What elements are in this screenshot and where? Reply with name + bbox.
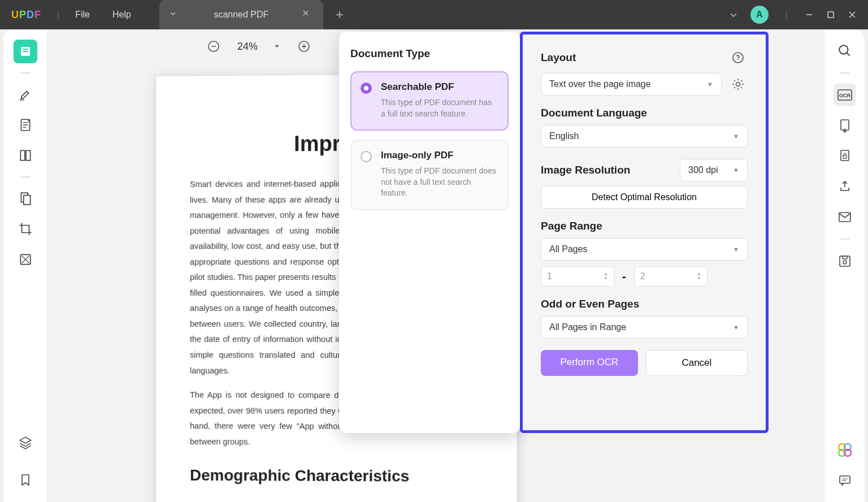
save-icon[interactable] — [834, 250, 856, 272]
svg-point-29 — [736, 83, 740, 86]
sidebar-right: OCR — [824, 29, 865, 502]
zoom-value: 24% — [237, 41, 258, 53]
tab-dropdown-icon[interactable] — [170, 10, 179, 19]
option-desc: This type of PDF document does not have … — [381, 166, 497, 199]
organize-pages-icon[interactable] — [14, 187, 37, 210]
maximize-icon[interactable] — [826, 10, 835, 19]
svg-rect-19 — [840, 256, 850, 266]
svg-rect-3 — [23, 51, 28, 52]
option-title: Searchable PDF — [381, 81, 497, 93]
page-range-label: Page Range — [541, 220, 748, 232]
minimize-icon[interactable] — [805, 10, 814, 19]
resolution-label: Image Resolution — [541, 164, 630, 176]
option-desc: This type of PDF document has a full tex… — [381, 97, 497, 119]
zoom-out-button[interactable] — [206, 38, 222, 54]
close-window-icon[interactable] — [848, 10, 857, 19]
layers-icon[interactable] — [14, 431, 37, 455]
share-icon[interactable] — [834, 175, 856, 198]
highlighter-icon[interactable] — [14, 83, 37, 106]
layout-label: Layout ? — [541, 48, 748, 67]
edit-page-icon[interactable] — [14, 113, 37, 137]
svg-point-20 — [843, 261, 847, 264]
odd-even-label: Odd or Even Pages — [541, 298, 748, 310]
option-searchable-pdf[interactable]: Searchable PDF This type of PDF document… — [350, 71, 509, 131]
tab-active[interactable]: scanned PDF — [159, 0, 323, 29]
crop-icon[interactable] — [14, 217, 37, 241]
radio-selected-icon — [361, 83, 372, 94]
ocr-panel: Document Type Searchable PDF This type o… — [339, 32, 769, 433]
doctype-heading: Document Type — [350, 47, 509, 60]
option-image-only-pdf[interactable]: Image-only PDF This type of PDF document… — [350, 140, 509, 210]
svg-text:?: ? — [736, 54, 740, 62]
avatar[interactable]: A — [750, 6, 769, 24]
titlebar-right: A | — [729, 6, 868, 24]
separator: | — [785, 10, 788, 20]
layout-select[interactable]: Text over the page image▼ — [541, 73, 722, 96]
range-from-input[interactable]: 1▲▼ — [541, 266, 614, 287]
divider — [21, 72, 30, 73]
app-logo: UPDF — [0, 9, 53, 21]
reader-mode-icon[interactable] — [14, 40, 37, 63]
comment-icon[interactable] — [834, 469, 856, 492]
bookmark-icon[interactable] — [14, 468, 37, 492]
add-tab-button[interactable] — [331, 10, 348, 19]
svg-rect-26 — [840, 476, 850, 483]
divider — [840, 239, 849, 240]
separator: | — [57, 10, 59, 20]
convert-icon[interactable] — [834, 114, 856, 137]
language-label: Document Language — [541, 107, 748, 119]
svg-rect-0 — [828, 12, 834, 18]
gear-icon[interactable] — [728, 75, 748, 94]
redact-icon[interactable] — [14, 248, 37, 271]
range-dash: - — [622, 270, 626, 283]
updf-logo-icon[interactable] — [834, 439, 856, 461]
svg-rect-6 — [26, 150, 31, 160]
divider — [21, 176, 30, 178]
page-thumbnails-icon[interactable] — [14, 144, 37, 167]
cancel-button[interactable]: Cancel — [646, 350, 748, 376]
search-icon[interactable] — [834, 40, 856, 62]
option-title: Image-only PDF — [381, 150, 497, 161]
svg-rect-17 — [843, 155, 847, 158]
svg-text:OCR: OCR — [839, 93, 851, 98]
range-to-input[interactable]: 2▲▼ — [634, 266, 708, 287]
ocr-settings-panel: Layout ? Text over the page image▼ Docum… — [520, 32, 769, 433]
language-select[interactable]: English▼ — [541, 125, 748, 148]
odd-even-select[interactable]: All Pages in Range▼ — [541, 316, 748, 339]
close-icon[interactable] — [302, 9, 313, 20]
ocr-doctype-panel: Document Type Searchable PDF This type o… — [339, 32, 520, 433]
svg-rect-2 — [23, 49, 28, 50]
page-section-2: Demographic Characteristics — [190, 466, 483, 486]
titlebar: UPDF | File Help scanned PDF A | — [0, 0, 868, 29]
ocr-icon[interactable]: OCR — [834, 84, 856, 106]
sidebar-left — [3, 29, 47, 502]
zoom-dropdown-icon[interactable] — [274, 43, 280, 50]
zoom-in-button[interactable] — [296, 38, 312, 54]
resolution-select[interactable]: 300 dpi▼ — [680, 159, 748, 181]
radio-unselected-icon — [361, 151, 372, 162]
protect-icon[interactable] — [834, 145, 856, 167]
svg-point-12 — [839, 45, 848, 54]
help-icon[interactable]: ? — [728, 48, 748, 67]
zoom-controls: 24% — [206, 38, 312, 54]
email-icon[interactable] — [834, 206, 856, 228]
svg-rect-5 — [20, 150, 25, 160]
chevron-down-icon[interactable] — [729, 10, 738, 19]
menu-file[interactable]: File — [64, 10, 101, 20]
menu-help[interactable]: Help — [101, 10, 142, 20]
page-range-select[interactable]: All Pages▼ — [541, 238, 748, 261]
svg-rect-8 — [23, 196, 30, 205]
perform-ocr-button[interactable]: Perform OCR — [541, 350, 638, 376]
divider — [840, 72, 849, 73]
tab-title: scanned PDF — [185, 10, 297, 20]
detect-resolution-button[interactable]: Detect Optimal Resolution — [541, 186, 748, 209]
